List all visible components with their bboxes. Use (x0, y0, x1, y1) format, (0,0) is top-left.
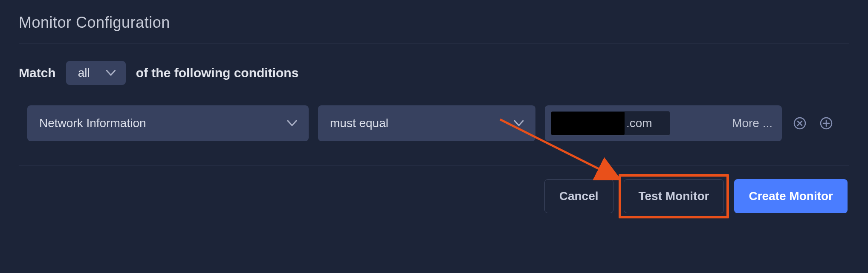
redacted-region (551, 112, 625, 135)
condition-field-value: Network Information (39, 116, 146, 130)
condition-row: Network Information must equal .com More… (27, 105, 849, 141)
condition-value-wrap: .com More ... (545, 105, 782, 141)
plus-circle-icon (819, 116, 833, 130)
match-mode-value: all (78, 66, 90, 80)
condition-field-select[interactable]: Network Information (27, 105, 309, 141)
condition-more-button[interactable]: More ... (732, 116, 773, 130)
match-suffix-label: of the following conditions (136, 66, 299, 80)
panel-title: Monitor Configuration (19, 14, 849, 32)
match-row: Match all of the following conditions (19, 61, 849, 85)
test-monitor-button[interactable]: Test Monitor (624, 179, 724, 213)
chevron-down-icon (106, 70, 116, 76)
match-prefix-label: Match (19, 66, 56, 80)
divider-bottom (19, 165, 849, 166)
condition-value-visible: .com (626, 116, 652, 130)
create-monitor-button[interactable]: Create Monitor (734, 179, 848, 213)
chevron-down-icon (287, 120, 297, 126)
remove-condition-button[interactable] (791, 115, 808, 132)
condition-operator-value: must equal (330, 116, 388, 130)
match-mode-select[interactable]: all (66, 61, 126, 85)
chevron-down-icon (514, 120, 524, 126)
condition-value-input[interactable]: .com (551, 111, 670, 136)
close-circle-icon (793, 116, 807, 130)
add-condition-button[interactable] (818, 115, 835, 132)
cancel-button[interactable]: Cancel (544, 179, 613, 213)
condition-operator-select[interactable]: must equal (318, 105, 535, 141)
divider-top (19, 44, 849, 44)
footer-actions: Cancel Test Monitor Create Monitor (19, 179, 849, 213)
monitor-configuration-panel: Monitor Configuration Match all of the f… (0, 0, 868, 273)
